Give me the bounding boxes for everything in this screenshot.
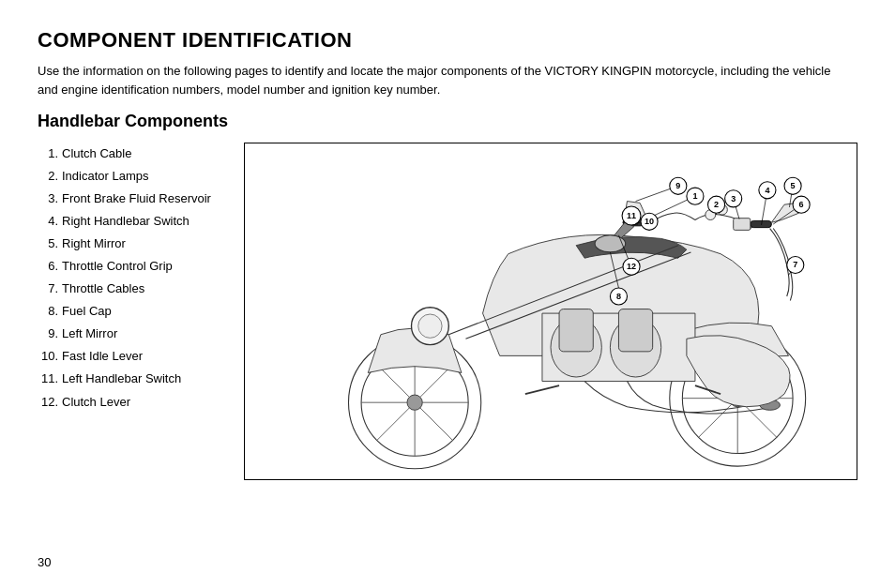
part-label: Indicator Lamps bbox=[62, 165, 149, 188]
part-number: 12. bbox=[38, 391, 58, 414]
svg-text:9: 9 bbox=[675, 181, 680, 190]
list-item: 12.Clutch Lever bbox=[38, 391, 225, 414]
intro-paragraph: Use the information on the following pag… bbox=[38, 62, 844, 98]
svg-text:6: 6 bbox=[799, 200, 804, 209]
page-number: 30 bbox=[38, 555, 51, 569]
content-area: 1.Clutch Cable2.Indicator Lamps3.Front B… bbox=[38, 143, 857, 480]
part-label: Clutch Lever bbox=[62, 391, 130, 414]
motorcycle-diagram: 9 1 2 3 4 5 6 bbox=[245, 143, 857, 475]
list-item: 5.Right Mirror bbox=[38, 233, 225, 255]
svg-text:11: 11 bbox=[627, 211, 636, 220]
svg-text:7: 7 bbox=[793, 260, 797, 269]
list-item: 3.Front Brake Fluid Reservoir bbox=[38, 188, 225, 210]
svg-rect-22 bbox=[751, 220, 772, 227]
svg-line-21 bbox=[376, 408, 409, 441]
part-number: 11. bbox=[38, 368, 58, 390]
svg-line-35 bbox=[525, 385, 559, 394]
part-label: Right Mirror bbox=[62, 233, 126, 255]
list-item: 7.Throttle Cables bbox=[38, 278, 225, 300]
part-number: 6. bbox=[38, 255, 58, 278]
part-label: Throttle Cables bbox=[62, 278, 144, 300]
part-number: 1. bbox=[38, 143, 58, 165]
list-item: 8.Fuel Cap bbox=[38, 300, 225, 323]
part-label: Left Mirror bbox=[62, 323, 117, 345]
part-number: 9. bbox=[38, 323, 58, 345]
part-label: Front Brake Fluid Reservoir bbox=[62, 188, 211, 210]
part-label: Fuel Cap bbox=[62, 300, 112, 323]
svg-text:5: 5 bbox=[791, 181, 796, 190]
svg-text:2: 2 bbox=[714, 200, 719, 209]
part-label: Fast Idle Lever bbox=[62, 345, 143, 368]
list-item: 6.Throttle Control Grip bbox=[38, 255, 225, 278]
svg-text:12: 12 bbox=[627, 262, 636, 271]
list-item: 1.Clutch Cable bbox=[38, 143, 225, 165]
list-item: 10.Fast Idle Lever bbox=[38, 345, 225, 368]
svg-rect-27 bbox=[618, 309, 652, 352]
part-label: Left Handlebar Switch bbox=[62, 368, 181, 390]
list-item: 4.Right Handlebar Switch bbox=[38, 210, 225, 233]
part-label: Throttle Control Grip bbox=[62, 255, 173, 278]
svg-line-19 bbox=[420, 408, 453, 441]
svg-text:1: 1 bbox=[692, 191, 697, 201]
part-number: 8. bbox=[38, 300, 58, 323]
svg-point-34 bbox=[595, 235, 626, 252]
svg-text:8: 8 bbox=[616, 292, 621, 301]
part-number: 2. bbox=[38, 165, 58, 188]
section-title: Handlebar Components bbox=[38, 112, 857, 131]
list-item: 2.Indicator Lamps bbox=[38, 165, 225, 188]
page-title: COMPONENT IDENTIFICATION bbox=[38, 28, 857, 53]
part-number: 3. bbox=[38, 188, 58, 210]
svg-text:10: 10 bbox=[645, 217, 654, 226]
part-label: Right Handlebar Switch bbox=[62, 210, 190, 233]
part-number: 4. bbox=[38, 210, 58, 233]
list-item: 11.Left Handlebar Switch bbox=[38, 368, 225, 390]
svg-point-30 bbox=[418, 314, 442, 338]
svg-text:3: 3 bbox=[731, 194, 736, 204]
svg-text:4: 4 bbox=[765, 186, 769, 195]
svg-rect-31 bbox=[734, 219, 751, 231]
list-item: 9.Left Mirror bbox=[38, 323, 225, 345]
part-number: 5. bbox=[38, 233, 58, 255]
part-label: Clutch Cable bbox=[62, 143, 131, 165]
part-number: 10. bbox=[38, 345, 58, 368]
diagram-container: 9 1 2 3 4 5 6 bbox=[244, 143, 857, 480]
parts-list: 1.Clutch Cable2.Indicator Lamps3.Front B… bbox=[38, 143, 225, 414]
part-number: 7. bbox=[38, 278, 58, 300]
svg-rect-26 bbox=[559, 309, 593, 352]
